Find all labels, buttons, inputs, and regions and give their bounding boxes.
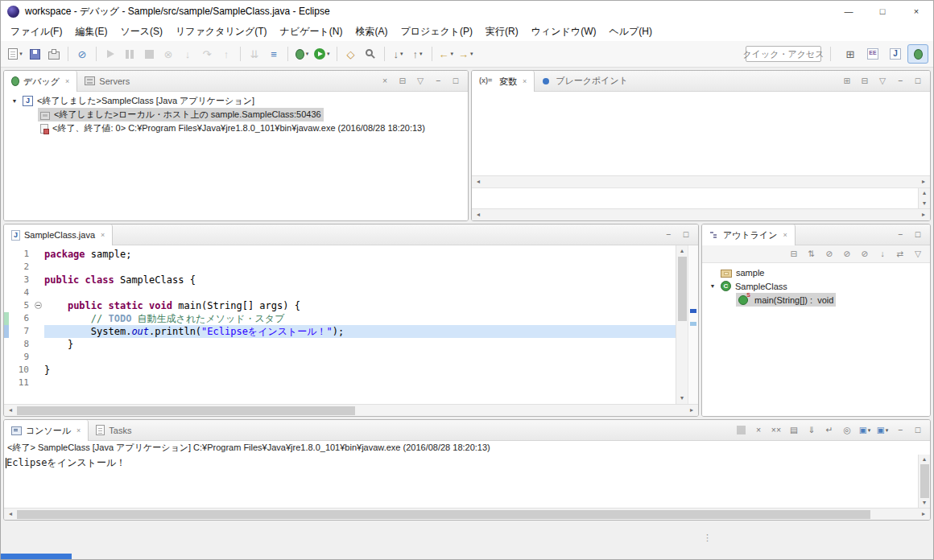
close-tab-icon[interactable]: × — [101, 231, 105, 239]
maximize-view-button[interactable]: □ — [678, 227, 694, 243]
scroll-left-icon[interactable]: ◂ — [472, 176, 485, 187]
code-line[interactable]: 10} — [4, 364, 676, 377]
console-horizontal-scrollbar[interactable]: ◂ ▸ — [4, 508, 930, 520]
back-button[interactable]: ←▾ — [436, 44, 457, 64]
tab-servers[interactable]: Servers — [77, 71, 137, 91]
tab-tasks[interactable]: Tasks — [89, 420, 138, 440]
minimize-view-button[interactable]: − — [892, 422, 908, 439]
scroll-up-icon[interactable]: ▴ — [919, 455, 930, 464]
debug-perspective-button[interactable] — [907, 44, 928, 64]
code-line[interactable]: 3public class SampleClass { — [4, 274, 676, 286]
tab-debug[interactable]: デバッグ × — [4, 71, 77, 92]
menu-item[interactable]: ソース(S) — [114, 23, 169, 41]
tree-row[interactable]: <終了しました>ローカル・ホスト上の sample.SampleClass:50… — [4, 108, 468, 121]
menu-item[interactable]: ヘルプ(H) — [602, 23, 659, 41]
scroll-lock-button[interactable]: ⇓ — [804, 422, 820, 439]
editor-horizontal-scrollbar[interactable]: ◂ ▸ — [4, 404, 698, 416]
menu-item[interactable]: ナビゲート(N) — [274, 23, 349, 41]
new-wizard-button[interactable]: ▾ — [6, 44, 25, 64]
collapse-all-button[interactable]: ⊟ — [395, 73, 411, 89]
scroll-left-icon[interactable]: ◂ — [472, 209, 485, 220]
code-line[interactable]: 2 — [4, 261, 676, 274]
skip-all-breakpoints-button[interactable]: ⊘ — [72, 44, 92, 64]
expander-icon[interactable]: ▼ — [707, 283, 718, 289]
editor-code[interactable]: 1package sample;23public class SampleCla… — [4, 245, 676, 404]
tree-row[interactable]: ▼SampleClass — [702, 279, 930, 293]
quick-access-input[interactable]: クイック・アクセス — [746, 46, 821, 62]
scroll-down-icon[interactable]: ▾ — [919, 199, 930, 209]
show-type-names-button[interactable]: ⊞ — [839, 73, 855, 89]
code-line[interactable]: 8 } — [4, 338, 676, 351]
menu-item[interactable]: ファイル(F) — [4, 23, 68, 41]
collapse-all-button[interactable]: ⊟ — [786, 246, 802, 262]
overview-mark[interactable] — [690, 322, 696, 326]
open-type-button[interactable]: ◇ — [341, 44, 361, 64]
console-output[interactable]: Eclipseをインストール！ — [4, 455, 918, 508]
hide-fields-button[interactable]: ⊘ — [821, 246, 837, 262]
scroll-left-icon[interactable]: ◂ — [4, 405, 17, 416]
close-tab-icon[interactable]: × — [523, 77, 527, 85]
console-vertical-scrollbar[interactable]: ▴ ▾ — [918, 455, 930, 508]
display-selected-console-button[interactable]: ▣▾ — [857, 422, 873, 439]
close-tab-icon[interactable]: × — [76, 426, 81, 434]
code-line[interactable]: 7 System.out.println("Eclipseをインストール！"); — [4, 325, 676, 338]
code-line[interactable]: 4 — [4, 286, 676, 299]
scroll-right-icon[interactable]: ▸ — [917, 509, 930, 520]
scroll-left-icon[interactable]: ◂ — [4, 509, 17, 520]
scroll-down-icon[interactable]: ▾ — [919, 498, 930, 508]
tree-row[interactable]: sample — [702, 266, 930, 279]
scroll-thumb[interactable] — [17, 406, 355, 415]
java-perspective-button[interactable] — [885, 44, 906, 64]
minimize-view-button[interactable]: − — [892, 227, 908, 243]
detail-horizontal-scrollbar[interactable]: ◂ ▸ — [472, 208, 930, 220]
expander-icon[interactable]: ▼ — [9, 98, 20, 104]
tree-row[interactable]: ▼<終了しました>SampleClass [Java アプリケーション] — [4, 94, 468, 108]
code-line[interactable]: 1package sample; — [4, 248, 676, 261]
variables-horizontal-scrollbar[interactable]: ◂ ▸ — [472, 175, 930, 187]
editor-vertical-scrollbar[interactable]: ▴ ▾ — [676, 245, 688, 404]
maximize-view-button[interactable]: □ — [910, 73, 926, 89]
scroll-right-icon[interactable]: ▸ — [685, 405, 698, 416]
scroll-down-icon[interactable]: ▾ — [676, 393, 688, 404]
scroll-thumb[interactable] — [17, 510, 870, 519]
view-menu-button[interactable]: ▽ — [910, 246, 926, 262]
minimize-view-button[interactable]: − — [660, 227, 676, 243]
word-wrap-button[interactable]: ↵ — [821, 422, 837, 439]
close-tab-icon[interactable]: × — [65, 77, 69, 85]
scroll-right-icon[interactable]: ▸ — [917, 209, 930, 220]
hide-local-types-button[interactable]: ↓ — [874, 246, 891, 262]
java-ee-perspective-button[interactable] — [862, 44, 883, 64]
overview-mark[interactable] — [690, 309, 696, 313]
close-window-button[interactable]: × — [899, 1, 933, 22]
menu-item[interactable]: 検索(A) — [349, 23, 394, 41]
search-button[interactable] — [361, 44, 380, 64]
run-button[interactable]: ▾ — [312, 44, 333, 64]
tree-row[interactable]: main(String[]) : void — [702, 293, 930, 307]
forward-button[interactable]: →▾ — [456, 44, 476, 64]
remove-all-launches-button[interactable]: ×× — [768, 422, 784, 439]
detail-vertical-scrollbar[interactable]: ▴ ▾ — [918, 188, 930, 208]
link-with-editor-button[interactable]: ⇄ — [892, 246, 908, 262]
code-line[interactable]: 9 — [4, 351, 676, 364]
menu-item[interactable]: ウィンドウ(W) — [525, 23, 603, 41]
previous-annotation-button[interactable]: ↑▾ — [408, 44, 428, 64]
view-menu-button[interactable]: ▽ — [874, 73, 891, 89]
code-line[interactable]: 11 — [4, 377, 676, 389]
scroll-right-icon[interactable]: ▸ — [917, 176, 930, 187]
maximize-view-button[interactable]: □ — [910, 227, 926, 243]
minimize-view-button[interactable]: − — [892, 73, 908, 89]
hide-non-public-button[interactable]: ⊘ — [857, 246, 873, 262]
tab-sampleclass-java[interactable]: SampleClass.java × — [4, 224, 113, 245]
next-annotation-button[interactable]: ↓▾ — [389, 44, 408, 64]
minimize-window-button[interactable]: — — [832, 1, 866, 22]
close-tab-icon[interactable]: × — [783, 231, 787, 239]
remove-all-terminated-button[interactable]: × — [377, 73, 393, 89]
minimize-view-button[interactable]: − — [430, 73, 446, 89]
print-button[interactable] — [44, 44, 64, 64]
code-line[interactable]: 6 // TODO 自動生成されたメソッド・スタブ — [4, 312, 676, 325]
tree-row[interactable]: <終了、終了値: 0> C:¥Program Files¥Java¥jre1.8… — [4, 121, 468, 135]
clear-console-button[interactable]: ▤ — [786, 422, 802, 439]
menu-item[interactable]: リファクタリング(T) — [169, 23, 274, 41]
remove-launch-button[interactable]: × — [750, 422, 767, 439]
tab-console[interactable]: コンソール × — [4, 420, 89, 441]
